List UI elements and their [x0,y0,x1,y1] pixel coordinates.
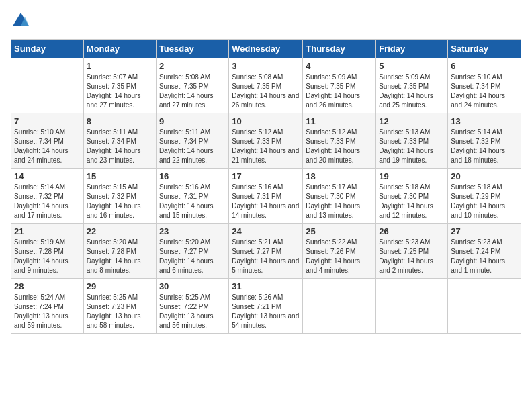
day-info: Sunrise: 5:22 AMSunset: 7:26 PMDaylight:… [306,238,373,275]
day-number: 13 [451,116,518,126]
calendar-cell: 12Sunrise: 5:13 AMSunset: 7:33 PMDayligh… [376,113,448,169]
calendar-cell: 8Sunrise: 5:11 AMSunset: 7:34 PMDaylight… [83,113,156,169]
day-number: 2 [159,61,226,71]
calendar-cell: 15Sunrise: 5:15 AMSunset: 7:32 PMDayligh… [83,169,156,224]
day-number: 14 [14,171,81,181]
day-info: Sunrise: 5:11 AMSunset: 7:34 PMDaylight:… [159,128,226,165]
calendar-cell: 30Sunrise: 5:25 AMSunset: 7:22 PMDayligh… [156,279,228,334]
day-info: Sunrise: 5:23 AMSunset: 7:25 PMDaylight:… [379,238,445,275]
calendar-cell: 21Sunrise: 5:19 AMSunset: 7:28 PMDayligh… [11,224,84,279]
calendar-cell: 13Sunrise: 5:14 AMSunset: 7:32 PMDayligh… [448,113,521,169]
calendar-cell [11,58,84,113]
calendar-cell: 19Sunrise: 5:18 AMSunset: 7:30 PMDayligh… [376,169,448,224]
calendar-cell: 23Sunrise: 5:20 AMSunset: 7:27 PMDayligh… [156,224,228,279]
day-info: Sunrise: 5:09 AMSunset: 7:35 PMDaylight:… [379,73,445,110]
day-info: Sunrise: 5:26 AMSunset: 7:21 PMDaylight:… [232,293,300,330]
calendar-cell: 18Sunrise: 5:17 AMSunset: 7:30 PMDayligh… [303,169,376,224]
day-info: Sunrise: 5:15 AMSunset: 7:32 PMDaylight:… [87,183,153,220]
day-info: Sunrise: 5:19 AMSunset: 7:28 PMDaylight:… [14,238,81,275]
day-number: 28 [14,281,81,291]
day-number: 23 [159,226,226,236]
day-number: 15 [87,171,153,181]
day-number: 21 [14,226,81,236]
day-number: 1 [87,61,153,71]
calendar-cell: 22Sunrise: 5:20 AMSunset: 7:28 PMDayligh… [83,224,156,279]
day-number: 31 [232,281,300,291]
calendar-cell: 16Sunrise: 5:16 AMSunset: 7:31 PMDayligh… [156,169,228,224]
day-info: Sunrise: 5:16 AMSunset: 7:31 PMDaylight:… [159,183,226,220]
calendar-cell: 25Sunrise: 5:22 AMSunset: 7:26 PMDayligh… [303,224,376,279]
calendar-cell [448,279,521,334]
calendar-cell: 5Sunrise: 5:09 AMSunset: 7:35 PMDaylight… [376,58,448,113]
day-number: 22 [87,226,153,236]
calendar-table: SundayMondayTuesdayWednesdayThursdayFrid… [11,39,521,334]
calendar-cell: 14Sunrise: 5:14 AMSunset: 7:32 PMDayligh… [11,169,84,224]
calendar-cell: 24Sunrise: 5:21 AMSunset: 7:27 PMDayligh… [229,224,303,279]
day-number: 10 [232,116,300,126]
calendar-cell: 1Sunrise: 5:07 AMSunset: 7:35 PMDaylight… [83,58,156,113]
day-number: 3 [232,61,300,71]
day-info: Sunrise: 5:12 AMSunset: 7:33 PMDaylight:… [306,128,373,165]
day-info: Sunrise: 5:21 AMSunset: 7:27 PMDaylight:… [232,238,300,275]
day-info: Sunrise: 5:11 AMSunset: 7:34 PMDaylight:… [87,128,153,165]
logo [11,11,34,31]
day-info: Sunrise: 5:13 AMSunset: 7:33 PMDaylight:… [379,128,445,165]
day-number: 24 [232,226,300,236]
day-number: 29 [87,281,153,291]
day-number: 25 [306,226,373,236]
day-number: 26 [379,226,445,236]
day-info: Sunrise: 5:12 AMSunset: 7:33 PMDaylight:… [232,128,300,165]
day-info: Sunrise: 5:14 AMSunset: 7:32 PMDaylight:… [451,128,518,165]
calendar-cell: 26Sunrise: 5:23 AMSunset: 7:25 PMDayligh… [376,224,448,279]
column-header-tuesday: Tuesday [156,40,228,58]
day-info: Sunrise: 5:18 AMSunset: 7:30 PMDaylight:… [379,183,445,220]
day-number: 17 [232,171,300,181]
calendar-cell: 2Sunrise: 5:08 AMSunset: 7:35 PMDaylight… [156,58,228,113]
calendar-cell: 9Sunrise: 5:11 AMSunset: 7:34 PMDaylight… [156,113,228,169]
column-header-wednesday: Wednesday [229,40,303,58]
day-info: Sunrise: 5:18 AMSunset: 7:29 PMDaylight:… [451,183,518,220]
day-info: Sunrise: 5:20 AMSunset: 7:28 PMDaylight:… [87,238,153,275]
day-number: 11 [306,116,373,126]
day-info: Sunrise: 5:09 AMSunset: 7:35 PMDaylight:… [306,73,373,110]
day-info: Sunrise: 5:17 AMSunset: 7:30 PMDaylight:… [306,183,373,220]
day-number: 12 [379,116,445,126]
day-info: Sunrise: 5:10 AMSunset: 7:34 PMDaylight:… [451,73,518,110]
calendar-cell: 29Sunrise: 5:25 AMSunset: 7:23 PMDayligh… [83,279,156,334]
page-header [11,11,521,31]
day-info: Sunrise: 5:25 AMSunset: 7:22 PMDaylight:… [159,293,226,330]
day-number: 20 [451,171,518,181]
logo-icon [11,11,31,31]
calendar-cell: 11Sunrise: 5:12 AMSunset: 7:33 PMDayligh… [303,113,376,169]
calendar-cell: 31Sunrise: 5:26 AMSunset: 7:21 PMDayligh… [229,279,303,334]
day-info: Sunrise: 5:14 AMSunset: 7:32 PMDaylight:… [14,183,81,220]
column-header-saturday: Saturday [448,40,521,58]
column-header-monday: Monday [83,40,156,58]
day-number: 30 [159,281,226,291]
calendar-cell: 4Sunrise: 5:09 AMSunset: 7:35 PMDaylight… [303,58,376,113]
column-header-sunday: Sunday [11,40,84,58]
calendar-cell: 27Sunrise: 5:23 AMSunset: 7:24 PMDayligh… [448,224,521,279]
day-info: Sunrise: 5:24 AMSunset: 7:24 PMDaylight:… [14,293,81,330]
day-info: Sunrise: 5:25 AMSunset: 7:23 PMDaylight:… [87,293,153,330]
day-info: Sunrise: 5:10 AMSunset: 7:34 PMDaylight:… [14,128,81,165]
day-info: Sunrise: 5:23 AMSunset: 7:24 PMDaylight:… [451,238,518,275]
day-info: Sunrise: 5:16 AMSunset: 7:31 PMDaylight:… [232,183,300,220]
calendar-cell [303,279,376,334]
calendar-cell: 17Sunrise: 5:16 AMSunset: 7:31 PMDayligh… [229,169,303,224]
day-number: 4 [306,61,373,71]
calendar-cell: 28Sunrise: 5:24 AMSunset: 7:24 PMDayligh… [11,279,84,334]
day-number: 16 [159,171,226,181]
day-number: 18 [306,171,373,181]
column-header-thursday: Thursday [303,40,376,58]
day-number: 27 [451,226,518,236]
calendar-cell: 3Sunrise: 5:08 AMSunset: 7:35 PMDaylight… [229,58,303,113]
calendar-cell: 20Sunrise: 5:18 AMSunset: 7:29 PMDayligh… [448,169,521,224]
day-number: 9 [159,116,226,126]
calendar-cell: 10Sunrise: 5:12 AMSunset: 7:33 PMDayligh… [229,113,303,169]
day-info: Sunrise: 5:20 AMSunset: 7:27 PMDaylight:… [159,238,226,275]
day-number: 7 [14,116,81,126]
calendar-cell: 7Sunrise: 5:10 AMSunset: 7:34 PMDaylight… [11,113,84,169]
calendar-cell [376,279,448,334]
day-info: Sunrise: 5:07 AMSunset: 7:35 PMDaylight:… [87,73,153,110]
